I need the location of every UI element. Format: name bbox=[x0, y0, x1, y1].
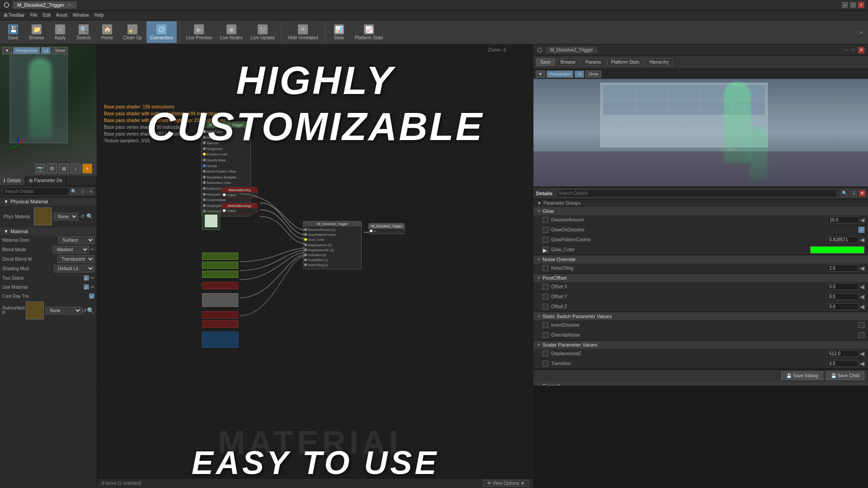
vp-grid-icon[interactable]: ⊞ bbox=[59, 164, 69, 174]
phys-reset-button[interactable]: ↺ bbox=[80, 213, 85, 220]
menu-edit[interactable]: Edit bbox=[43, 13, 51, 18]
node-main-cluster[interactable]: M_DissolveZ_Trigger Base Color Metallic … bbox=[201, 122, 251, 216]
perspective-label[interactable]: Perspective bbox=[13, 47, 40, 54]
apply-button[interactable]: ✓ Apply bbox=[49, 21, 71, 43]
glow-on-dissolve-outer-checkbox[interactable] bbox=[542, 227, 548, 233]
dissolve-amount-input[interactable] bbox=[827, 216, 859, 223]
save-button[interactable]: 💾 Save bbox=[2, 21, 24, 43]
decal-blend-select[interactable]: Translucent bbox=[57, 255, 94, 263]
offset-y-input[interactable] bbox=[827, 293, 859, 300]
cleanup-button[interactable]: 🧹 Clean Up bbox=[119, 21, 146, 43]
offset-z-checkbox[interactable] bbox=[542, 304, 548, 310]
blend-mode-select[interactable]: Masked bbox=[53, 246, 89, 253]
left-search-input[interactable] bbox=[5, 189, 66, 194]
right-maximize[interactable]: □ bbox=[852, 47, 854, 52]
use-material-checkbox[interactable]: ✓ bbox=[84, 284, 89, 290]
live-update-button[interactable]: ↻ Live Update bbox=[247, 21, 278, 43]
details-search-input[interactable] bbox=[558, 191, 835, 196]
displacement-z-arrow[interactable]: ◀ bbox=[860, 350, 864, 357]
offset-y-arrow[interactable]: ◀ bbox=[860, 293, 864, 300]
right-lit-btn[interactable]: Lit bbox=[575, 70, 585, 78]
right-minimize[interactable]: ─ bbox=[845, 47, 848, 52]
noise-tiling-arrow[interactable]: ◀ bbox=[860, 265, 864, 272]
tab-param-de[interactable]: ⊞ Parameter De bbox=[25, 176, 66, 185]
right-save-btn[interactable]: Save bbox=[536, 58, 555, 66]
filter-button[interactable]: ☰ bbox=[79, 188, 86, 195]
left-search-field[interactable] bbox=[2, 188, 69, 196]
transition-arrow[interactable]: ◀ bbox=[860, 360, 864, 367]
param-group-pivot-header[interactable]: PivotOffset bbox=[533, 274, 868, 282]
noise-tiling-input[interactable] bbox=[827, 265, 859, 272]
vp-light-icon[interactable]: ☀ bbox=[82, 164, 92, 174]
show-button[interactable]: Show bbox=[52, 47, 68, 54]
right-params-btn[interactable]: Params bbox=[581, 58, 605, 66]
save-sibling-button[interactable]: 💾 Save Sibling bbox=[781, 371, 823, 380]
lit-button[interactable]: Lit bbox=[41, 47, 51, 54]
node-output[interactable]: MI_DissolveZ_Trigger In bbox=[368, 223, 405, 234]
invert-dissolve-inner[interactable] bbox=[859, 322, 864, 328]
invert-dissolve-checkbox[interactable] bbox=[542, 322, 548, 328]
expand-toolbar-button[interactable]: » bbox=[856, 21, 866, 43]
phys-search-button[interactable]: 🔍 bbox=[86, 213, 93, 220]
noise-tiling-checkbox[interactable] bbox=[542, 265, 548, 271]
mat-domain-select[interactable]: Surface bbox=[58, 236, 94, 244]
live-nodes-button[interactable]: ◉ Live Nodes bbox=[217, 21, 246, 43]
right-perspective-btn[interactable]: Perspective bbox=[547, 70, 573, 78]
right-show-btn[interactable]: Show bbox=[585, 70, 601, 78]
phys-material-select[interactable]: None bbox=[54, 213, 78, 221]
displacement-z-input[interactable] bbox=[827, 350, 859, 357]
two-sided-checkbox[interactable]: ✓ bbox=[84, 275, 89, 281]
details-layout-btn[interactable]: ☰ bbox=[850, 190, 857, 197]
node-small-gray-1[interactable] bbox=[202, 293, 238, 307]
platform-stats-button[interactable]: 📈 Platform Stats bbox=[351, 21, 387, 43]
offset-x-input[interactable] bbox=[827, 283, 859, 290]
search-button[interactable]: 🔍 Search bbox=[72, 21, 95, 43]
physical-material-header[interactable]: ▼ Physical Material bbox=[0, 197, 97, 206]
details-search-wrapper[interactable] bbox=[556, 189, 837, 197]
menu-asset[interactable]: Asset bbox=[56, 13, 67, 18]
search-submit-button[interactable]: 🔍 bbox=[70, 188, 77, 195]
blend-edit-icon[interactable]: ✏ bbox=[90, 247, 94, 253]
menu-help[interactable]: Help bbox=[94, 13, 104, 18]
param-group-scalar-header[interactable]: Scalar Parameter Values bbox=[533, 341, 868, 349]
stats-button[interactable]: 📊 Stats bbox=[328, 21, 350, 43]
details-search-btn[interactable]: 🔍 bbox=[841, 190, 848, 197]
offset-z-input[interactable] bbox=[827, 303, 859, 310]
menu-window[interactable]: Window bbox=[73, 13, 89, 18]
vp-camera-icon[interactable]: 📷 bbox=[35, 164, 45, 174]
options-button[interactable]: ⊕ bbox=[87, 188, 94, 195]
offset-z-arrow[interactable]: ◀ bbox=[860, 303, 864, 310]
close-button[interactable]: ✕ bbox=[858, 2, 864, 8]
tab-close-icon[interactable]: ✕ bbox=[68, 3, 71, 7]
node-small-red-2[interactable] bbox=[202, 311, 238, 319]
details-close-btn[interactable]: ✕ bbox=[859, 190, 865, 197]
live-preview-button[interactable]: ▶ Live Preview bbox=[183, 21, 216, 43]
tab-material[interactable]: M_DissolveZ_Trigger ✕ bbox=[13, 1, 76, 9]
offset-y-checkbox[interactable] bbox=[542, 294, 548, 300]
node-editor[interactable]: Zoom -5 Base pass shader: 156 instructio… bbox=[97, 45, 533, 488]
right-close[interactable]: ✕ bbox=[858, 47, 864, 53]
offset-x-checkbox[interactable] bbox=[542, 284, 548, 290]
glow-color-swatch[interactable] bbox=[810, 246, 864, 253]
right-tab[interactable]: M_DissolveZ_Trigger bbox=[546, 47, 598, 53]
glow-pattern-arrow[interactable]: ◀ bbox=[860, 236, 864, 243]
general-header[interactable]: General bbox=[533, 382, 868, 385]
perspective-toggle[interactable]: ▼ bbox=[2, 47, 12, 54]
transition-checkbox[interactable] bbox=[542, 361, 548, 366]
minimize-button[interactable]: ─ bbox=[842, 2, 848, 8]
glow-pattern-input[interactable] bbox=[827, 236, 859, 243]
glow-on-dissolve-checkbox[interactable]: ✓ bbox=[859, 227, 864, 233]
maximize-button[interactable]: □ bbox=[850, 2, 856, 8]
connectors-button[interactable]: ⬡ Connectors bbox=[146, 21, 177, 43]
node-small-green-3[interactable] bbox=[202, 271, 238, 278]
view-options-button[interactable]: 👁 View Options ▼ bbox=[483, 480, 529, 487]
node-small-green-1[interactable] bbox=[202, 253, 238, 260]
subsurface-reset[interactable]: ↺ bbox=[82, 307, 87, 314]
two-sided-edit[interactable]: ✏ bbox=[90, 275, 94, 281]
param-group-noise-header[interactable]: Noise Override bbox=[533, 255, 868, 263]
dissolve-amount-checkbox[interactable] bbox=[542, 217, 548, 223]
home-button[interactable]: 🏠 Home bbox=[96, 21, 118, 43]
node-green-1[interactable] bbox=[202, 212, 220, 230]
param-group-glow-header[interactable]: Glow bbox=[533, 207, 868, 215]
node-connector-mid[interactable]: MI_DissolveZ_Trigger DissolveAmount (1) … bbox=[303, 221, 362, 269]
